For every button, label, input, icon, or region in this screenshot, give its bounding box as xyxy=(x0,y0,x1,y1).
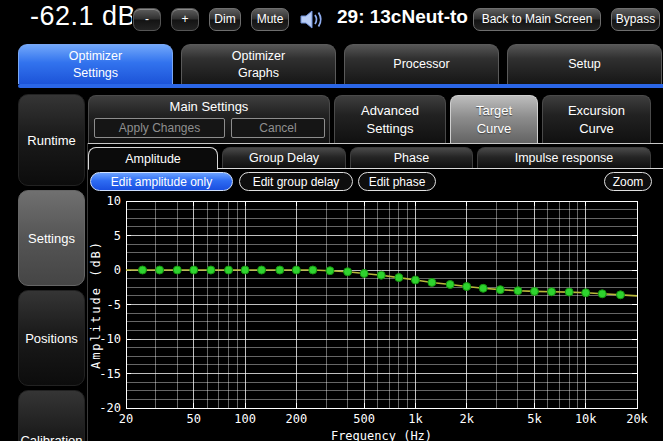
main-settings-section: Main Settings Apply Changes Cancel xyxy=(88,95,330,143)
svg-text:200: 200 xyxy=(285,412,307,426)
tab-excursion-curve[interactable]: Excursion Curve xyxy=(542,95,651,143)
tab-impulse-response[interactable]: Impulse response xyxy=(477,147,651,168)
subrow-divider xyxy=(88,143,663,144)
cancel-button[interactable]: Cancel xyxy=(231,118,325,138)
tab-optimizer-graphs[interactable]: Optimizer Graphs xyxy=(181,44,336,84)
bypass-button[interactable]: Bypass xyxy=(611,8,660,31)
svg-text:5: 5 xyxy=(114,229,121,243)
tab-setup[interactable]: Setup xyxy=(507,44,662,84)
svg-text:10k: 10k xyxy=(575,412,597,426)
edit-amplitude-only-button[interactable]: Edit amplitude only xyxy=(90,172,233,191)
apply-changes-button[interactable]: Apply Changes xyxy=(94,118,225,138)
edit-group-delay-button[interactable]: Edit group delay xyxy=(239,172,353,191)
tab-processor[interactable]: Processor xyxy=(344,44,499,84)
tab-amplitude[interactable]: Amplitude xyxy=(88,147,218,170)
svg-text:-20: -20 xyxy=(99,401,121,415)
tab-target-curve[interactable]: Target Curve xyxy=(450,95,538,143)
active-tab-underline xyxy=(18,84,663,88)
dim-button[interactable]: Dim xyxy=(209,8,241,31)
volume-down-button[interactable]: - xyxy=(133,8,161,31)
mute-button[interactable]: Mute xyxy=(251,8,289,31)
sidebar-item-settings[interactable]: Settings xyxy=(18,190,85,286)
main-tab-bar: Optimizer Settings Optimizer Graphs Proc… xyxy=(18,44,662,84)
svg-text:2k: 2k xyxy=(459,412,474,426)
target-curve-chart[interactable]: 20501002005001k2k5k10k20k1050-5-10-15-20… xyxy=(88,193,663,441)
tab-group-delay[interactable]: Group Delay xyxy=(222,147,346,168)
svg-text:Frequency (Hz): Frequency (Hz) xyxy=(331,429,432,441)
tab-optimizer-settings[interactable]: Optimizer Settings xyxy=(18,44,173,84)
target-curve-chart-svg[interactable]: 20501002005001k2k5k10k20k1050-5-10-15-20… xyxy=(88,193,663,441)
edit-phase-button[interactable]: Edit phase xyxy=(358,172,436,191)
svg-text:5k: 5k xyxy=(527,412,542,426)
sidebar-item-calibration[interactable]: Calibration xyxy=(18,390,85,441)
svg-text:Amplitude (dB): Amplitude (dB) xyxy=(89,240,103,369)
optimizer-settings-screen: -62.1 dB - + Dim Mute 29: 13cNeut-to Bac… xyxy=(0,0,663,441)
main-settings-title: Main Settings xyxy=(89,99,329,114)
svg-text:10: 10 xyxy=(107,194,121,208)
svg-text:0: 0 xyxy=(114,263,121,277)
volume-up-button[interactable]: + xyxy=(171,8,199,31)
sidebar-item-runtime[interactable]: Runtime xyxy=(18,94,85,186)
volume-display: -62.1 dB xyxy=(30,1,136,32)
tab-phase[interactable]: Phase xyxy=(350,147,473,168)
sidebar-item-positions[interactable]: Positions xyxy=(18,290,85,386)
tab-advanced-settings[interactable]: Advanced Settings xyxy=(334,95,446,143)
zoom-button[interactable]: Zoom xyxy=(604,172,652,191)
svg-text:50: 50 xyxy=(187,412,201,426)
svg-text:500: 500 xyxy=(353,412,375,426)
speaker-icon xyxy=(299,8,327,31)
svg-text:-5: -5 xyxy=(107,298,121,312)
svg-text:1k: 1k xyxy=(408,412,423,426)
svg-text:20k: 20k xyxy=(626,412,648,426)
svg-text:100: 100 xyxy=(234,412,256,426)
back-to-main-screen-button[interactable]: Back to Main Screen xyxy=(473,8,601,31)
preset-title: 29: 13cNeut-to xyxy=(337,6,468,28)
